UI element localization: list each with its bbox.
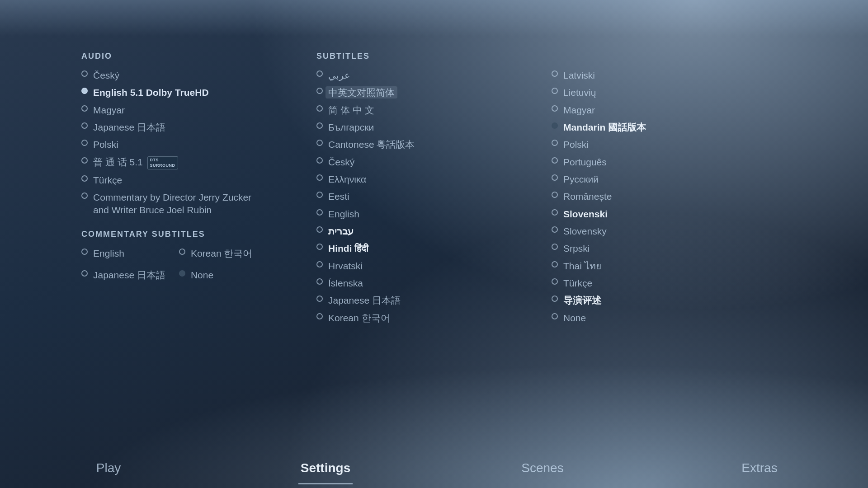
sub-radio-cesky (316, 157, 323, 164)
sub-item-portuguese[interactable]: Português (552, 156, 787, 169)
commentary-row: English Japanese 日本語 Korean 한국어 (81, 247, 303, 286)
audio-radio-magyar (81, 105, 88, 112)
sub-item-slovak[interactable]: Slovensky (552, 225, 787, 238)
sub-item-hebrew[interactable]: עברית (316, 225, 552, 238)
sub-radio-latvian (552, 70, 558, 77)
commentary-item-english[interactable]: English (81, 247, 165, 260)
sub-item-magyar[interactable]: Magyar (552, 104, 787, 117)
nav-play[interactable]: Play (0, 452, 217, 484)
sub-item-none[interactable]: None (552, 312, 787, 324)
sub-item-hindi[interactable]: Hindi हिंदी (316, 242, 552, 255)
sub-radio-lithuanian (552, 88, 558, 94)
sub-label-hebrew: עברית (328, 225, 354, 238)
sub-item-turkish[interactable]: Türkçe (552, 277, 787, 290)
sub-label-arabic: عربي (328, 69, 350, 82)
audio-panel: AUDIO Český English 5.1 Dolby TrueHD Mag… (81, 52, 316, 444)
sub-item-greek[interactable]: Ελληνικα (316, 173, 552, 186)
sub-label-director-commentary: 导演评述 (563, 294, 601, 307)
top-divider (0, 40, 868, 40)
audio-item-mandarin[interactable]: 普 通 话 5.1 DTSSURROUND (81, 156, 303, 169)
sub-label-polish: Polski (563, 138, 589, 151)
nav-scenes[interactable]: Scenes (434, 452, 651, 484)
sub-item-cantonese[interactable]: Cantonese 粵話版本 (316, 138, 552, 151)
sub-item-japanese[interactable]: Japanese 日本語 (316, 294, 552, 307)
audio-item-english[interactable]: English 5.1 Dolby TrueHD (81, 86, 303, 99)
audio-item-japanese[interactable]: Japanese 日本語 (81, 121, 303, 134)
sub-radio-mandarin (552, 122, 558, 129)
sub-radio-thai (552, 261, 558, 267)
subtitles-col2: SUBTITLES Latviski Lietuvių Magyar Manda… (552, 52, 787, 444)
sub-item-cesky[interactable]: Český (316, 156, 552, 169)
sub-label-bulgarian: Български (328, 121, 374, 134)
commentary-item-korean[interactable]: Korean 한국어 (179, 247, 253, 260)
sub-radio-hindi (316, 244, 323, 250)
sub-radio-icelandic (316, 278, 323, 285)
sub-radio-portuguese (552, 157, 558, 164)
sub-radio-turkish (552, 278, 558, 285)
sub-label-english: English (328, 208, 359, 221)
sub-item-bulgarian[interactable]: Български (316, 121, 552, 134)
sub-item-serbian[interactable]: Srpski (552, 242, 787, 255)
nav-scenes-label: Scenes (521, 461, 563, 475)
sub-label-cantonese: Cantonese 粵話版本 (328, 138, 415, 151)
sub-item-russian[interactable]: Русский (552, 173, 787, 186)
sub-item-latvian[interactable]: Latviski (552, 69, 787, 82)
audio-label-polski: Polski (93, 138, 118, 151)
nav-extras-label: Extras (741, 461, 777, 475)
audio-item-commentary[interactable]: Commentary by Director Jerry Zuckerand W… (81, 191, 303, 217)
sub-item-romanian[interactable]: Românește (552, 190, 787, 203)
commentary-label-none: None (191, 269, 213, 282)
audio-item-magyar[interactable]: Magyar (81, 104, 303, 117)
sub-item-english[interactable]: English (316, 208, 552, 221)
sub-item-korean[interactable]: Korean 한국어 (316, 312, 552, 324)
commentary-subtitles-section: COMMENTARY SUBTITLES English Japanese 日本… (81, 230, 303, 286)
audio-label-turkish: Türkçe (93, 174, 122, 187)
sub-item-lithuanian[interactable]: Lietuvių (552, 86, 787, 99)
subtitles-section-title: SUBTITLES (316, 52, 552, 61)
sub-item-director-commentary[interactable]: 导演评述 (552, 294, 787, 307)
sub-item-simplified-chinese[interactable]: 简 体 中 文 (316, 104, 552, 117)
commentary-item-japanese[interactable]: Japanese 日本語 (81, 269, 165, 282)
sub-item-arabic[interactable]: عربي (316, 69, 552, 82)
sub-item-slovenian[interactable]: Slovenski (552, 208, 787, 221)
commentary-label-english: English (93, 247, 124, 260)
audio-label-japanese: Japanese 日本語 (93, 121, 165, 134)
commentary-radio-none (179, 270, 185, 277)
nav-extras[interactable]: Extras (651, 452, 868, 484)
sub-item-croatian[interactable]: Hrvatski (316, 260, 552, 272)
nav-settings[interactable]: Settings (217, 452, 434, 484)
commentary-item-none[interactable]: None (179, 269, 253, 282)
sub-item-thai[interactable]: Thai ไทย (552, 260, 787, 272)
sub-radio-estonian (316, 192, 323, 198)
audio-radio-mandarin (81, 157, 88, 164)
sub-radio-romanian (552, 192, 558, 198)
commentary-col2: Korean 한국어 None (179, 247, 253, 286)
sub-label-hindi: Hindi हिंदी (328, 242, 368, 255)
subtitles-panel: SUBTITLES عربي 中英文对照简体 简 体 中 文 Български… (316, 52, 787, 444)
nav-play-label: Play (96, 461, 121, 475)
sub-label-japanese: Japanese 日本語 (328, 294, 401, 307)
sub-label-turkish: Türkçe (563, 277, 592, 290)
sub-label-korean: Korean 한국어 (328, 312, 390, 324)
sub-item-polish[interactable]: Polski (552, 138, 787, 151)
dts-badge: DTSSURROUND (147, 156, 178, 169)
sub-radio-chinese-bilingual (316, 88, 323, 94)
sub-item-chinese-bilingual[interactable]: 中英文对照简体 (316, 86, 552, 99)
sub-radio-polish (552, 140, 558, 146)
audio-item-polski[interactable]: Polski (81, 138, 303, 151)
sub-item-estonian[interactable]: Eesti (316, 190, 552, 203)
sub-label-simplified-chinese: 简 体 中 文 (328, 104, 374, 117)
sub-label-portuguese: Português (563, 156, 607, 169)
highlighted-text: 中英文对照简体 (326, 86, 397, 99)
audio-item-turkish[interactable]: Türkçe (81, 174, 303, 187)
audio-radio-turkish (81, 175, 88, 182)
sub-radio-serbian (552, 244, 558, 250)
sub-item-mandarin[interactable]: Mandarin 國話版本 (552, 121, 787, 134)
main-content: AUDIO Český English 5.1 Dolby TrueHD Mag… (0, 43, 868, 448)
commentary-radio-japanese (81, 270, 88, 277)
sub-label-magyar: Magyar (563, 104, 595, 117)
bottom-nav: Play Settings Scenes Extras (0, 448, 868, 488)
sub-label-cesky: Český (328, 156, 354, 169)
sub-item-icelandic[interactable]: Íslenska (316, 277, 552, 290)
audio-item-cesky[interactable]: Český (81, 69, 303, 82)
